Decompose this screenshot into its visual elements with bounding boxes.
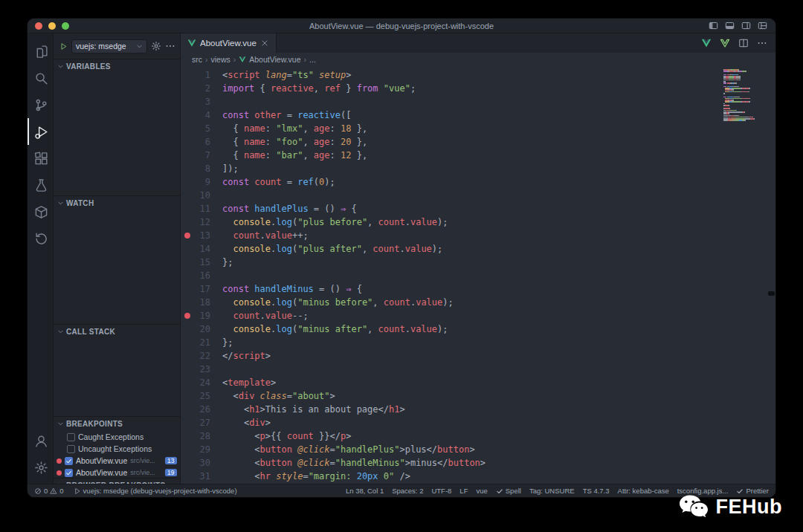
caught-exceptions-toggle[interactable]: Caught Exceptions: [54, 431, 180, 443]
activity-explorer[interactable]: [28, 38, 53, 65]
activity-search[interactable]: [28, 65, 53, 91]
gutter[interactable]: [181, 376, 194, 389]
code-text[interactable]: [210, 95, 222, 108]
status-item-spaces-2[interactable]: Spaces: 2: [392, 487, 423, 495]
code-text[interactable]: [210, 269, 222, 282]
breadcrumb-item-symbol[interactable]: ...: [309, 55, 316, 64]
activity-settings[interactable]: [28, 454, 53, 481]
tab-aboutview[interactable]: AboutView.vue: [181, 33, 277, 53]
close-icon[interactable]: [260, 39, 269, 48]
toggle-secondary-sidebar-icon[interactable]: [741, 21, 751, 30]
code-text[interactable]: console.log("plus after", count.value);: [210, 242, 442, 256]
code-text[interactable]: { name: "foo", age: 20 },: [210, 135, 367, 149]
debug-config-dropdown[interactable]: vuejs: msedge: [71, 39, 147, 53]
gutter[interactable]: [181, 336, 194, 349]
code-text[interactable]: console.log("minus after", count.value);: [210, 322, 448, 336]
code-text[interactable]: <template>: [210, 376, 276, 389]
gutter[interactable]: [181, 269, 194, 282]
zoom-window-button[interactable]: [62, 22, 69, 30]
status-item-attr-kebab-case[interactable]: Attr: kebab-case: [618, 487, 669, 495]
code-text[interactable]: <div class="about">: [210, 389, 335, 403]
code-text[interactable]: count.value--;: [210, 309, 309, 322]
code-text[interactable]: <p>{{ count }}</p>: [210, 429, 351, 443]
gutter[interactable]: [181, 322, 194, 336]
code-text[interactable]: </script>: [210, 349, 271, 363]
breakpoint-gutter[interactable]: [181, 229, 194, 242]
gutter[interactable]: [181, 68, 194, 82]
gutter[interactable]: [181, 443, 194, 456]
gutter[interactable]: [181, 416, 194, 429]
gutter[interactable]: [181, 215, 194, 229]
code-text[interactable]: <script lang="ts" setup>: [210, 68, 351, 82]
gutter[interactable]: [181, 162, 194, 175]
gutter[interactable]: [181, 389, 194, 403]
section-header-browser-breakpoints[interactable]: BROWSER BREAKPOINTS: [54, 479, 180, 484]
scrollbar-mark[interactable]: [768, 291, 775, 296]
checkbox-unchecked[interactable]: [67, 445, 75, 453]
breakpoint-dot[interactable]: [184, 233, 190, 239]
gutter[interactable]: [181, 108, 194, 122]
gutter[interactable]: [181, 175, 194, 189]
uncaught-exceptions-toggle[interactable]: Uncaught Exceptions: [54, 443, 180, 455]
gutter[interactable]: [181, 349, 194, 363]
section-header-variables[interactable]: VARIABLES: [54, 59, 180, 74]
start-debug-icon[interactable]: [59, 42, 68, 51]
gutter[interactable]: [181, 82, 194, 95]
code-text[interactable]: { name: "bar", age: 12 },: [210, 149, 367, 162]
activity-history[interactable]: [28, 225, 53, 252]
code-text[interactable]: [210, 189, 222, 202]
gutter[interactable]: [181, 95, 194, 108]
gutter[interactable]: [181, 256, 194, 269]
toggle-panel-icon[interactable]: [725, 21, 735, 30]
code-text[interactable]: };: [210, 336, 233, 349]
status-item-spell[interactable]: Spell: [496, 487, 521, 495]
code-text[interactable]: [210, 363, 222, 376]
gutter[interactable]: [181, 429, 194, 443]
status-item-utf-8[interactable]: UTF-8: [431, 487, 451, 495]
activity-source-control[interactable]: [28, 91, 53, 118]
close-window-button[interactable]: [35, 22, 42, 30]
activity-package[interactable]: [28, 198, 53, 225]
code-text[interactable]: { name: "lmx", age: 18 },: [210, 122, 367, 135]
code-text[interactable]: import { reactive, ref } from "vue";: [210, 82, 416, 95]
status-item-lf[interactable]: LF: [459, 487, 468, 495]
code-text[interactable]: const handlePlus = () ⇒ {: [210, 202, 357, 215]
gutter[interactable]: [181, 122, 194, 135]
gutter[interactable]: [181, 135, 194, 149]
gutter[interactable]: [181, 363, 194, 376]
code-text[interactable]: console.log("minus before", count.value)…: [210, 296, 454, 309]
minimize-window-button[interactable]: [48, 22, 56, 30]
gutter[interactable]: [181, 470, 194, 483]
gutter[interactable]: [181, 296, 194, 309]
code-editor[interactable]: 1<script lang="ts" setup>2import { react…: [181, 66, 775, 484]
code-text[interactable]: console.log("plus before", count.value);: [210, 215, 448, 229]
gutter[interactable]: [181, 403, 194, 416]
split-editor-icon[interactable]: [738, 38, 749, 48]
code-text[interactable]: count.value++;: [210, 229, 309, 242]
breadcrumb-item-file[interactable]: AboutView.vue: [249, 55, 300, 64]
activity-extensions[interactable]: [28, 145, 53, 172]
problems-indicator[interactable]: 0 0: [34, 487, 64, 495]
vue-devtools-icon[interactable]: [701, 38, 712, 48]
code-text[interactable]: };: [210, 256, 233, 269]
gutter[interactable]: [181, 242, 194, 256]
code-text[interactable]: const count = ref(0);: [210, 175, 335, 189]
more-actions-icon[interactable]: [757, 38, 767, 48]
customize-layout-icon[interactable]: [758, 21, 767, 30]
status-item-tag-unsure[interactable]: Tag: UNSURE: [529, 487, 575, 495]
code-text[interactable]: const handleMinus = () ⇒ {: [210, 282, 362, 296]
gutter[interactable]: [181, 202, 194, 215]
gutter[interactable]: [181, 282, 194, 296]
breakpoint-item[interactable]: AboutView.vue src/vie... 13: [54, 455, 180, 467]
code-text[interactable]: ]);: [210, 162, 239, 175]
activity-testing[interactable]: [28, 172, 53, 198]
toggle-sidebar-icon[interactable]: [709, 21, 718, 30]
code-text[interactable]: <button @click="handleMinus">minus</butt…: [210, 456, 486, 470]
code-text[interactable]: <div>: [210, 416, 271, 429]
vue-preview-icon[interactable]: [720, 38, 730, 48]
code-text[interactable]: const other = reactive([: [210, 108, 351, 122]
code-text[interactable]: <h1>This is an about page</h1>: [210, 403, 405, 416]
debug-status[interactable]: vuejs: msedge (debug-vuejs-project-with-…: [74, 487, 237, 495]
activity-account[interactable]: [28, 427, 53, 454]
section-header-watch[interactable]: WATCH: [54, 196, 180, 210]
